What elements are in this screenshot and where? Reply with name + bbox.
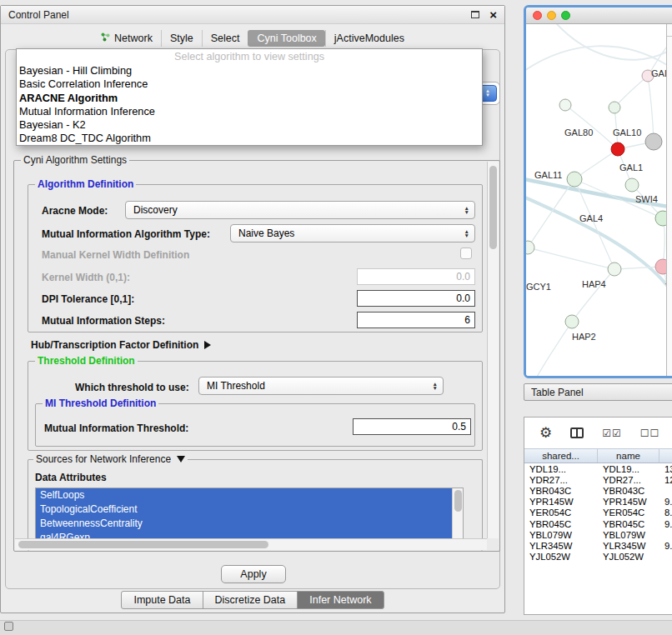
column-header-name[interactable]: name: [598, 449, 659, 462]
table-cell: YPR145W: [598, 497, 659, 507]
scrollbar-button[interactable]: [667, 24, 672, 37]
settings-vertical-scrollbar[interactable]: [487, 162, 499, 538]
algorithm-option-aracne-algorithm[interactable]: ARACNE Algorithm: [17, 92, 482, 105]
table-row[interactable]: YLR345WYLR345W9.: [524, 540, 672, 551]
sources-label: Sources for Network Inference: [36, 453, 171, 465]
algorithm-option-bayesian-hill-climbing[interactable]: Bayesian - Hill Climbing: [17, 64, 482, 78]
tab-style[interactable]: Style: [161, 30, 202, 47]
tab-network[interactable]: Network: [93, 30, 161, 47]
tab-infer-network[interactable]: Infer Network: [297, 591, 384, 609]
network-node[interactable]: [608, 262, 621, 276]
tab-select[interactable]: Select: [202, 30, 248, 47]
table-row[interactable]: YBL079WYBL079W: [524, 529, 672, 540]
table-body: YDL19...YDL19...13YDR27...YDR27...12YBR0…: [524, 463, 672, 562]
algorithm-option-basic-correlation-inference[interactable]: Basic Correlation Inference: [17, 78, 482, 91]
network-node[interactable]: [526, 241, 534, 254]
network-node[interactable]: [625, 178, 639, 192]
mi-threshold-definition-group: MI Threshold Definition Mutual Informati…: [35, 403, 475, 447]
show-columns-icon[interactable]: ☑☑: [602, 428, 622, 439]
table-panel-titlebar: Table Panel: [524, 383, 672, 401]
panel-toggle-icon[interactable]: [4, 622, 13, 631]
algorithm-placeholder: Select algorithm to view settings: [17, 50, 482, 64]
table-row[interactable]: YBR045CYBR045C9.: [524, 518, 672, 529]
mi-algorithm-type-select[interactable]: Naive Bayes ▲▼: [230, 224, 475, 242]
close-icon[interactable]: ×: [489, 10, 497, 20]
network-node[interactable]: [565, 315, 579, 328]
zoom-traffic-light-icon[interactable]: [561, 11, 570, 20]
tab-label: Impute Data: [133, 594, 190, 606]
hub-definition-expander[interactable]: Hub/Transcription Factor Definition: [31, 339, 211, 351]
tab-jactivemodules[interactable]: jActiveModules: [325, 30, 413, 47]
float-window-icon[interactable]: [471, 11, 479, 18]
tab-label: Cyni Toolbox: [257, 32, 316, 44]
node-label: GAL: [651, 68, 666, 78]
tab-discretize-data[interactable]: Discretize Data: [203, 591, 298, 609]
which-threshold-select[interactable]: MI Threshold ▲▼: [198, 377, 444, 395]
tab-label: Style: [170, 32, 193, 44]
hide-columns-icon[interactable]: ☐☐: [640, 428, 660, 439]
table-row[interactable]: YPR145WYPR145W9.: [524, 497, 672, 508]
tab-label: Select: [211, 32, 240, 44]
tab-label: Infer Network: [309, 594, 371, 606]
node-label: GCY1: [526, 282, 551, 292]
table-cell: YJL052W: [524, 552, 598, 562]
table-row[interactable]: YDL19...YDL19...13: [524, 463, 672, 474]
close-traffic-light-icon[interactable]: [533, 11, 542, 20]
data-attribute-item[interactable]: BetweennessCentrality: [36, 517, 463, 531]
table-row[interactable]: YER054CYER054C8.: [524, 508, 672, 518]
table-row[interactable]: YJL052WYJL052W: [524, 552, 672, 562]
data-attribute-item[interactable]: SelfLoops: [36, 488, 463, 502]
algorithm-dropdown-popup: Select algorithm to view settings Bayesi…: [16, 48, 483, 146]
dpi-tolerance-label: DPI Tolerance [0,1]:: [42, 293, 134, 305]
data-attribute-item[interactable]: TopologicalCoefficient: [36, 502, 463, 517]
expand-right-icon: [204, 341, 211, 349]
node-label: GAL80: [564, 128, 593, 138]
table-cell: 8.: [659, 508, 672, 518]
table-cell: 12: [659, 475, 672, 485]
column-header-shared[interactable]: shared...: [524, 449, 598, 462]
tab-label: Discretize Data: [215, 594, 286, 606]
network-node[interactable]: [567, 172, 582, 187]
network-node[interactable]: [609, 102, 620, 113]
scrollbar-thumb[interactable]: [489, 166, 497, 249]
algorithm-definition-title: Algorithm Definition: [35, 178, 136, 190]
scrollbar-thumb[interactable]: [454, 490, 462, 512]
network-node[interactable]: [645, 133, 662, 150]
mi-threshold-field[interactable]: [353, 418, 471, 435]
algorithm-option-mutual-information-inference[interactable]: Mutual Information Inference: [17, 105, 482, 118]
sources-expander[interactable]: Sources for Network Inference: [33, 453, 188, 465]
tab-cyni-toolbox[interactable]: Cyni Toolbox: [248, 30, 324, 47]
algorithm-option-dream8-dc-tdc-algorithm[interactable]: Dream8 DC_TDC Algorithm: [17, 132, 482, 145]
column-header-col2[interactable]: [659, 449, 672, 462]
algorithm-option-bayesian-k2[interactable]: Bayesian - K2: [17, 118, 482, 132]
table-row[interactable]: YBR043CYBR043C: [524, 485, 672, 496]
list-scrollbar[interactable]: [452, 488, 463, 545]
scrollbar-thumb[interactable]: [18, 541, 268, 548]
table-cell: YDL19...: [524, 464, 598, 474]
data-attributes-list: SelfLoopsTopologicalCoefficientBetweenne…: [35, 488, 464, 546]
network-node[interactable]: [559, 99, 571, 111]
network-edge: [536, 322, 572, 376]
mi-steps-field[interactable]: [357, 312, 475, 328]
tab-impute-data[interactable]: Impute Data: [121, 591, 203, 609]
node-label: GAL4: [579, 213, 603, 223]
control-panel-tab-bar: NetworkStyleSelectCyni ToolboxjActiveMod…: [1, 30, 504, 47]
gear-icon[interactable]: ⚙: [539, 426, 552, 440]
settings-horizontal-scrollbar[interactable]: [15, 538, 487, 550]
kernel-width-field[interactable]: [357, 268, 475, 285]
network-canvas[interactable]: GALGAL80GAL10GAL11GAL1SWI4GAL4GCY1HAP4HA…: [526, 24, 666, 376]
aracne-mode-select[interactable]: Discovery ▲▼: [125, 201, 475, 219]
apply-button[interactable]: Apply: [221, 565, 286, 583]
network-node[interactable]: [655, 259, 666, 274]
minimize-traffic-light-icon[interactable]: [547, 11, 556, 20]
columns-icon[interactable]: [570, 428, 584, 438]
network-scrollbar[interactable]: [666, 24, 672, 376]
manual-kernel-width-checkbox[interactable]: [460, 248, 472, 259]
dpi-tolerance-field[interactable]: [357, 290, 475, 307]
network-window-titlebar: [526, 8, 672, 24]
table-row[interactable]: YDR27...YDR27...12: [524, 474, 672, 485]
network-node[interactable]: [611, 142, 624, 156]
table-cell: YDL19...: [598, 464, 659, 474]
network-node[interactable]: [655, 211, 666, 226]
table-cell: YER054C: [598, 508, 659, 518]
